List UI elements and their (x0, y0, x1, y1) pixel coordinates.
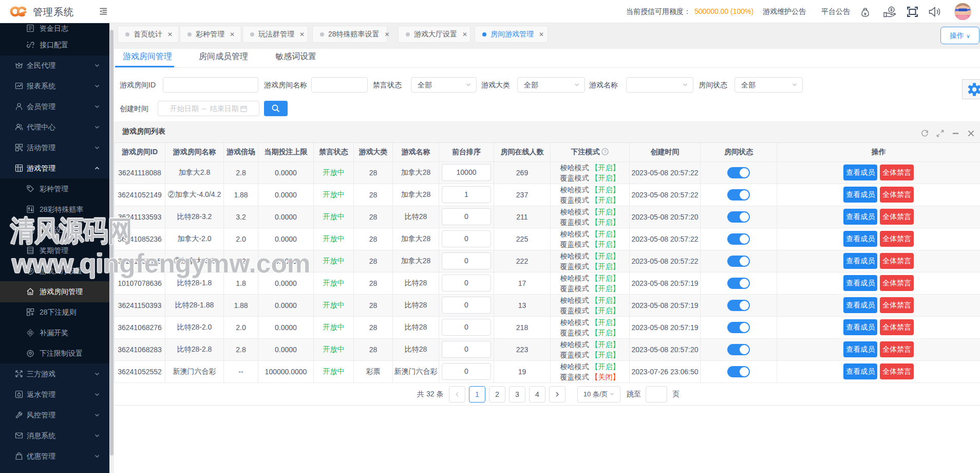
svg-text:?: ? (604, 149, 607, 154)
